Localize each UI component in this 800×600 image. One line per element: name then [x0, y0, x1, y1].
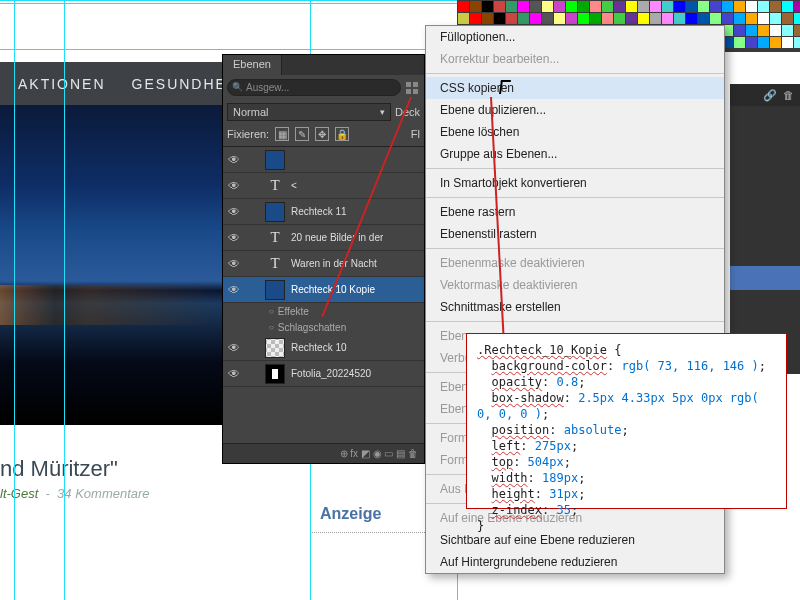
visibility-eye-icon[interactable]: 👁 [223, 205, 245, 219]
visibility-eye-icon[interactable]: 👁 [223, 153, 245, 167]
swatch[interactable] [566, 1, 577, 12]
swatch[interactable] [518, 1, 529, 12]
nav-item[interactable]: AKTIONEN [18, 76, 106, 92]
lock-brush-icon[interactable]: ✎ [295, 127, 309, 141]
panel-footer[interactable]: ⊕ fx ◩ ◉ ▭ ▤ 🗑 [223, 443, 424, 463]
swatch[interactable] [650, 13, 661, 24]
swatch[interactable] [734, 25, 745, 36]
swatch[interactable] [602, 13, 613, 24]
menu-item[interactable]: Auf Hintergrundebene reduzieren [426, 551, 724, 573]
swatch[interactable] [590, 1, 601, 12]
layer-row[interactable]: 👁T< [223, 173, 424, 199]
menu-item[interactable]: Schnittmaske erstellen [426, 296, 724, 318]
swatch[interactable] [530, 1, 541, 12]
swatch[interactable] [470, 1, 481, 12]
swatch[interactable] [794, 37, 800, 48]
swatch[interactable] [722, 13, 733, 24]
swatch[interactable] [770, 1, 781, 12]
menu-item[interactable]: Fülloptionen... [426, 26, 724, 48]
swatch[interactable] [662, 1, 673, 12]
swatch[interactable] [758, 37, 769, 48]
swatch[interactable] [782, 25, 793, 36]
layer-effect[interactable]: Schlagschatten [223, 319, 424, 335]
swatch[interactable] [698, 13, 709, 24]
swatch[interactable] [638, 13, 649, 24]
swatch[interactable] [482, 1, 493, 12]
swatch[interactable] [506, 1, 517, 12]
swatch[interactable] [554, 1, 565, 12]
swatch[interactable] [746, 1, 757, 12]
swatch[interactable] [722, 1, 733, 12]
swatch[interactable] [734, 37, 745, 48]
visibility-eye-icon[interactable]: 👁 [223, 179, 245, 193]
menu-item[interactable]: Gruppe aus Ebenen... [426, 143, 724, 165]
visibility-eye-icon[interactable]: 👁 [223, 231, 245, 245]
selected-swatch[interactable] [730, 266, 800, 290]
swatch[interactable] [518, 13, 529, 24]
swatch[interactable] [494, 1, 505, 12]
swatch[interactable] [506, 13, 517, 24]
layer-row[interactable]: 👁T20 neue Bilder in der [223, 225, 424, 251]
swatch[interactable] [758, 13, 769, 24]
swatch[interactable] [578, 13, 589, 24]
swatch[interactable] [554, 13, 565, 24]
menu-item[interactable]: Ebenenstil rastern [426, 223, 724, 245]
swatch[interactable] [626, 13, 637, 24]
swatch[interactable] [782, 13, 793, 24]
swatch[interactable] [794, 13, 800, 24]
layer-row[interactable]: 👁TWaren in der Nacht [223, 251, 424, 277]
tab-ebenen[interactable]: Ebenen [223, 55, 282, 75]
layer-row[interactable]: 👁Rechteck 10 Kopie [223, 277, 424, 303]
swatch[interactable] [674, 13, 685, 24]
swatch[interactable] [674, 1, 685, 12]
swatch[interactable] [458, 13, 469, 24]
layer-search-input[interactable]: Ausgew... [227, 79, 401, 96]
menu-item[interactable]: In Smartobjekt konvertieren [426, 172, 724, 194]
swatch[interactable] [602, 1, 613, 12]
layer-row[interactable]: 👁Rechteck 10 [223, 335, 424, 361]
layer-row[interactable]: 👁Fotolia_20224520 [223, 361, 424, 387]
visibility-eye-icon[interactable]: 👁 [223, 283, 245, 297]
toolbar-row[interactable]: 🔗🗑 [730, 84, 800, 106]
blend-mode-select[interactable]: Normal [227, 103, 391, 121]
swatch[interactable] [794, 25, 800, 36]
swatch[interactable] [746, 13, 757, 24]
lock-transparent-icon[interactable]: ▦ [275, 127, 289, 141]
swatch[interactable] [470, 13, 481, 24]
lock-move-icon[interactable]: ✥ [315, 127, 329, 141]
menu-item[interactable]: CSS kopieren [426, 77, 724, 99]
swatch[interactable] [614, 1, 625, 12]
swatch[interactable] [770, 37, 781, 48]
visibility-eye-icon[interactable]: 👁 [223, 367, 245, 381]
swatch[interactable] [650, 1, 661, 12]
swatch[interactable] [794, 1, 800, 12]
swatch[interactable] [638, 1, 649, 12]
swatch[interactable] [710, 13, 721, 24]
menu-item[interactable]: Ebene löschen [426, 121, 724, 143]
swatch[interactable] [542, 1, 553, 12]
visibility-eye-icon[interactable]: 👁 [223, 257, 245, 271]
lock-all-icon[interactable]: 🔒 [335, 127, 349, 141]
swatch[interactable] [458, 1, 469, 12]
swatch[interactable] [494, 13, 505, 24]
visibility-eye-icon[interactable]: 👁 [223, 341, 245, 355]
swatch[interactable] [734, 13, 745, 24]
swatch[interactable] [482, 13, 493, 24]
swatch[interactable] [770, 25, 781, 36]
swatch[interactable] [734, 1, 745, 12]
menu-item[interactable]: Sichtbare auf eine Ebene reduzieren [426, 529, 724, 551]
swatch[interactable] [758, 25, 769, 36]
menu-item[interactable]: Ebene rastern [426, 201, 724, 223]
swatch[interactable] [758, 1, 769, 12]
swatch[interactable] [530, 13, 541, 24]
swatch[interactable] [662, 13, 673, 24]
swatch[interactable] [698, 1, 709, 12]
menu-item[interactable]: Ebene duplizieren... [426, 99, 724, 121]
swatch[interactable] [782, 1, 793, 12]
layer-row[interactable]: 👁Rechteck 11 [223, 199, 424, 225]
swatch[interactable] [746, 37, 757, 48]
swatch[interactable] [710, 1, 721, 12]
swatch[interactable] [782, 37, 793, 48]
swatch[interactable] [542, 13, 553, 24]
swatch[interactable] [686, 13, 697, 24]
